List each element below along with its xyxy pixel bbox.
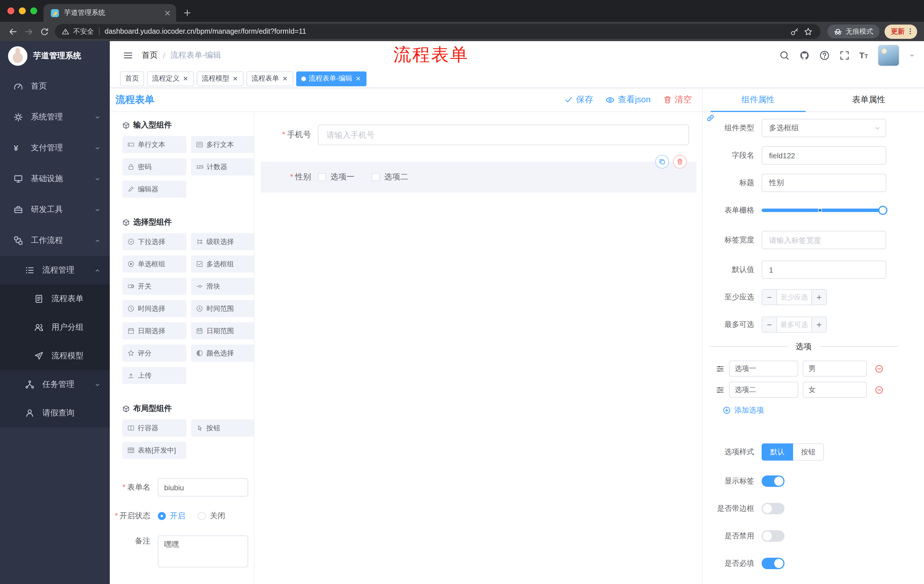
remove-option-icon[interactable]	[875, 385, 883, 394]
search-icon[interactable]	[779, 50, 789, 61]
sidebar-item-process-form[interactable]: 流程表单	[0, 285, 110, 313]
avatar[interactable]	[878, 44, 899, 66]
checkbox-icon[interactable]	[372, 173, 380, 181]
palette-item-rate[interactable]: 评分	[122, 345, 186, 362]
drag-handle-icon[interactable]	[716, 364, 724, 373]
canvas-field-gender[interactable]: *性别 选项一选项二	[261, 162, 696, 192]
tag-process-form[interactable]: 流程表单	[246, 71, 293, 86]
max-count-input[interactable]	[777, 317, 811, 332]
browser-tab[interactable]: 芋道管理系统	[43, 4, 176, 22]
max-increase-button[interactable]	[811, 317, 826, 332]
sidebar-item-user-group[interactable]: 用户分组	[0, 313, 110, 342]
close-icon[interactable]	[282, 76, 288, 82]
palette-item-cascader[interactable]: 级联选择	[191, 233, 254, 250]
minimize-window-button[interactable]	[19, 7, 26, 14]
min-count-input[interactable]	[777, 290, 811, 304]
default-value-input[interactable]	[762, 261, 886, 279]
required-switch[interactable]	[762, 558, 784, 569]
canvas-field-phone[interactable]: *手机号	[261, 125, 696, 145]
sidebar-item-process-model[interactable]: 流程模型	[0, 342, 110, 370]
help-icon[interactable]	[819, 50, 829, 61]
sidebar-item-payment-management[interactable]: ¥支付管理	[0, 133, 110, 163]
min-decrease-button[interactable]	[762, 290, 777, 304]
tag-process-definition[interactable]: 流程定义	[147, 71, 194, 86]
palette-item-single-line-text[interactable]: 单行文本	[122, 136, 186, 153]
palette-item-counter[interactable]: 123计数器	[191, 158, 254, 175]
palette-item-checkbox-group[interactable]: 多选框组	[191, 255, 254, 273]
design-canvas[interactable]: *手机号 *性别 选项一选项二	[254, 112, 702, 584]
disabled-switch[interactable]	[762, 530, 784, 542]
palette-item-editor[interactable]: 编辑器	[122, 181, 186, 198]
status-on-radio[interactable]: 开启	[158, 511, 185, 521]
remark-textarea[interactable]: 嘿嘿	[158, 535, 248, 568]
palette-item-color-picker[interactable]: 颜色选择	[191, 345, 254, 362]
option-value-input[interactable]	[803, 382, 867, 398]
github-icon[interactable]	[799, 50, 809, 61]
component-type-select[interactable]: 多选框组	[762, 119, 886, 137]
palette-item-button[interactable]: 按钮	[191, 419, 254, 437]
close-icon[interactable]	[355, 76, 361, 82]
view-json-button[interactable]: 查看json	[606, 94, 651, 105]
drag-handle-icon[interactable]	[716, 385, 724, 394]
delete-field-button[interactable]	[673, 155, 687, 169]
bookmark-button[interactable]	[801, 25, 815, 38]
status-off-radio[interactable]: 关闭	[198, 511, 225, 521]
close-icon[interactable]	[232, 76, 238, 82]
link-icon[interactable]	[706, 113, 715, 123]
gender-option-2[interactable]: 选项二	[372, 172, 408, 182]
palette-item-slider[interactable]: 滑块	[191, 278, 254, 295]
update-button[interactable]: 更新	[884, 24, 917, 39]
phone-input[interactable]	[318, 125, 689, 145]
palette-item-date-range[interactable]: 日期范围	[191, 322, 254, 339]
palette-item-radio-group[interactable]: 单选框组	[122, 255, 186, 273]
style-button-button[interactable]: 按钮	[793, 443, 824, 461]
save-button[interactable]: 保存	[564, 94, 593, 105]
copy-field-button[interactable]	[655, 155, 669, 169]
new-tab-button[interactable]	[183, 8, 191, 17]
show-label-switch[interactable]	[762, 475, 784, 487]
security-warning-icon[interactable]	[62, 28, 69, 35]
remove-option-icon[interactable]	[875, 364, 883, 373]
add-option-button[interactable]: 添加选项	[723, 405, 924, 416]
option-label-input[interactable]	[729, 382, 798, 398]
close-window-button[interactable]	[7, 7, 14, 14]
fullscreen-icon[interactable]	[839, 50, 850, 61]
font-size-icon[interactable]: TT	[859, 51, 868, 59]
option-value-input[interactable]	[803, 360, 867, 377]
tag-process-model[interactable]: 流程模型	[197, 71, 244, 86]
sidebar-toggle-button[interactable]	[123, 50, 133, 61]
sidebar-item-leave-query[interactable]: 请假查询	[0, 399, 110, 428]
sidebar-item-process-management[interactable]: 流程管理	[0, 256, 110, 285]
min-increase-button[interactable]	[811, 290, 826, 304]
zoom-window-button[interactable]	[30, 7, 37, 14]
grid-slider[interactable]	[762, 201, 886, 219]
title-input[interactable]	[762, 174, 886, 192]
tag-home[interactable]: 首页	[120, 71, 144, 86]
sidebar-item-home[interactable]: 首页	[0, 71, 110, 102]
palette-item-upload[interactable]: 上传	[122, 367, 186, 384]
field-name-input[interactable]	[762, 146, 886, 165]
slider-handle[interactable]	[878, 206, 888, 215]
max-decrease-button[interactable]	[762, 317, 777, 332]
close-icon[interactable]	[182, 76, 189, 82]
sidebar-item-task-management[interactable]: 任务管理	[0, 370, 110, 399]
app-logo[interactable]: 芋道管理系统	[0, 41, 110, 71]
palette-item-time-range[interactable]: 时间范围	[191, 300, 254, 317]
checkbox-icon[interactable]	[318, 173, 326, 181]
palette-item-time-picker[interactable]: 时间选择	[122, 300, 186, 317]
avatar-caret-icon[interactable]	[909, 53, 915, 58]
palette-item-switch[interactable]: 开关	[122, 278, 186, 295]
bordered-switch[interactable]	[762, 503, 784, 514]
gender-option-1[interactable]: 选项一	[318, 172, 355, 182]
sidebar-item-system-management[interactable]: 系统管理	[0, 102, 110, 133]
palette-item-date-picker[interactable]: 日期选择	[122, 322, 186, 339]
reload-button[interactable]	[36, 23, 53, 39]
palette-item-row-container[interactable]: 行容器	[122, 419, 186, 437]
password-key-button[interactable]	[787, 25, 801, 38]
forward-button[interactable]	[21, 23, 36, 39]
back-button[interactable]	[5, 23, 21, 39]
sidebar-item-dev-tools[interactable]: 研发工具	[0, 194, 110, 225]
style-default-button[interactable]: 默认	[762, 443, 793, 461]
address-bar[interactable]: 不安全 dashboard.yudao.iocoder.cn/bpm/manag…	[55, 24, 820, 39]
sidebar-item-infrastructure[interactable]: 基础设施	[0, 163, 110, 194]
